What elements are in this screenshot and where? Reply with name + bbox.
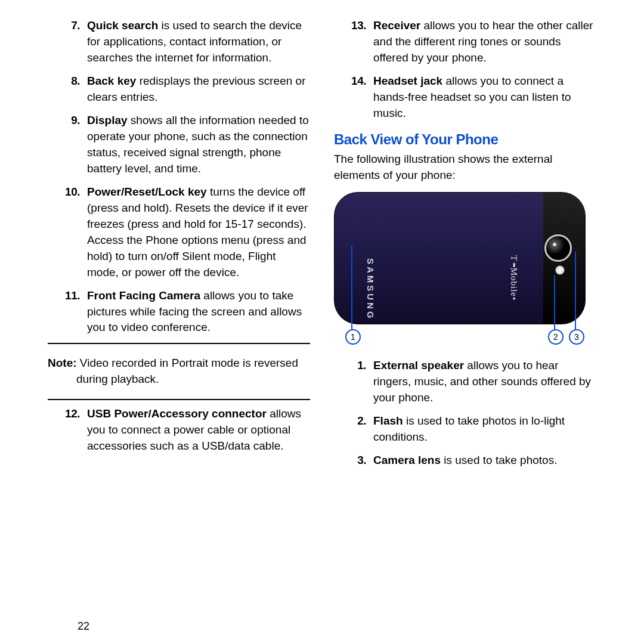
item-number: 8. — [48, 73, 87, 106]
item-term: Display — [87, 114, 128, 126]
callout-2: 2 — [548, 329, 564, 345]
note: Note: Video recorded in Portrait mode is… — [76, 355, 310, 388]
feature-list-right-bottom: 1. External speaker allows you to hear r… — [334, 358, 596, 469]
item-number: 11. — [48, 288, 87, 336]
note-label: Note: — [48, 357, 77, 369]
list-item: 2. Flash is used to take photos in lo-li… — [334, 413, 596, 445]
document-page: 7. Quick search is used to search the de… — [0, 0, 644, 488]
item-term: Headset jack — [373, 75, 442, 87]
item-term: Front Facing Camera — [87, 289, 200, 302]
note-text: Video recorded in Portrait mode is rever… — [76, 357, 298, 385]
item-term: USB Power/Accessory connector — [87, 407, 267, 420]
list-item: 9. Display shows all the information nee… — [48, 113, 310, 177]
list-item: 10. Power/Reset/Lock key turns the devic… — [48, 184, 310, 281]
phone-back-illustration: SAMSUNG TMobile• 1 2 3 — [334, 192, 590, 347]
item-number: 14. — [334, 73, 373, 122]
feature-list-left: 7. Quick search is used to search the de… — [48, 18, 310, 336]
item-term: Back key — [87, 75, 136, 87]
divider — [48, 399, 310, 400]
item-number: 13. — [334, 18, 373, 66]
item-term: External speaker — [373, 359, 464, 371]
callout-1: 1 — [345, 329, 361, 345]
list-item: 11. Front Facing Camera allows you to ta… — [48, 288, 310, 336]
list-item: 7. Quick search is used to search the de… — [48, 18, 310, 66]
page-number: 22 — [78, 620, 89, 633]
item-term: Camera lens — [373, 454, 441, 466]
divider — [48, 343, 310, 344]
list-item: 13. Receiver allows you to hear the othe… — [334, 18, 596, 66]
item-number: 7. — [48, 18, 87, 66]
item-number: 10. — [48, 184, 87, 281]
list-item: 1. External speaker allows you to hear r… — [334, 358, 596, 406]
item-term: Flash — [373, 414, 403, 427]
item-number: 3. — [334, 453, 373, 469]
callout-3: 3 — [569, 329, 584, 345]
section-heading: Back View of Your Phone — [334, 131, 596, 148]
item-term: Power/Reset/Lock key — [87, 185, 207, 198]
item-number: 1. — [334, 358, 373, 406]
item-number: 9. — [48, 113, 87, 177]
list-item: 8. Back key redisplays the previous scre… — [48, 73, 310, 106]
item-text: turns the device off (press and hold). R… — [87, 185, 308, 278]
item-number: 2. — [334, 413, 373, 445]
item-term: Quick search — [87, 19, 158, 32]
item-number: 12. — [48, 406, 87, 454]
section-intro: The following illustration shows the ext… — [334, 151, 596, 184]
callout-lines — [334, 192, 590, 347]
item-text: is used to take photos. — [441, 454, 557, 466]
right-column: 13. Receiver allows you to hear the othe… — [334, 18, 596, 476]
list-item: 3. Camera lens is used to take photos. — [334, 453, 596, 469]
feature-list-right-top: 13. Receiver allows you to hear the othe… — [334, 18, 596, 122]
left-column: 7. Quick search is used to search the de… — [48, 18, 310, 476]
item-term: Receiver — [373, 19, 420, 32]
feature-list-left-cont: 12. USB Power/Accessory connector allows… — [48, 406, 310, 454]
list-item: 12. USB Power/Accessory connector allows… — [48, 406, 310, 454]
list-item: 14. Headset jack allows you to connect a… — [334, 73, 596, 122]
